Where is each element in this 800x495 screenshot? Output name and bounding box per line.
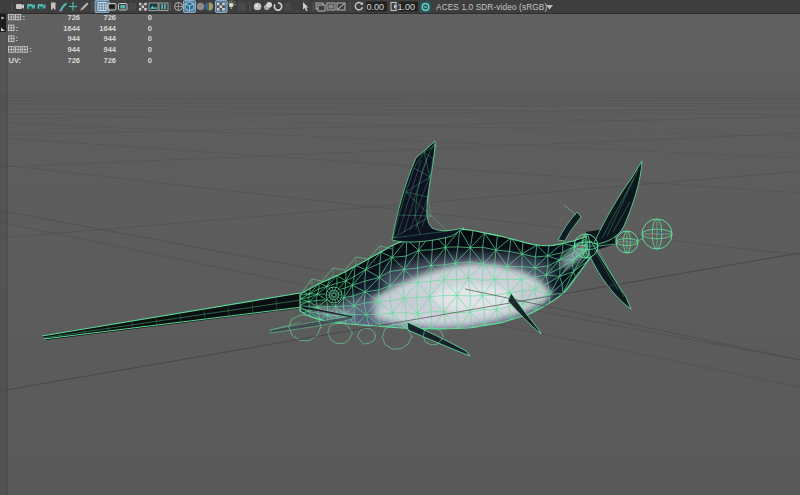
svg-text:944: 944: [67, 34, 80, 43]
svg-text::: :: [16, 34, 19, 43]
svg-text:ACES 1.0 SDR-video (sRGB): ACES 1.0 SDR-video (sRGB): [436, 2, 547, 12]
svg-text:944: 944: [103, 34, 116, 43]
svg-text:726: 726: [67, 13, 80, 22]
svg-text:726: 726: [103, 13, 116, 22]
svg-text:0: 0: [148, 13, 152, 22]
svg-text:944: 944: [103, 45, 116, 54]
svg-text::: :: [22, 13, 25, 22]
svg-text:0: 0: [148, 24, 152, 33]
svg-text::: :: [16, 24, 19, 33]
svg-text:1644: 1644: [63, 24, 81, 33]
svg-text:726: 726: [103, 56, 116, 65]
svg-text::: :: [29, 45, 32, 54]
svg-text:0.00: 0.00: [366, 2, 384, 12]
svg-text:1644: 1644: [99, 24, 117, 33]
svg-text:0: 0: [148, 34, 152, 43]
svg-text:726: 726: [67, 56, 80, 65]
svg-text:0: 0: [148, 45, 152, 54]
svg-text:0: 0: [148, 56, 152, 65]
svg-text:UV:: UV:: [9, 56, 22, 65]
svg-text:944: 944: [67, 45, 80, 54]
svg-text:1.00: 1.00: [397, 2, 415, 12]
